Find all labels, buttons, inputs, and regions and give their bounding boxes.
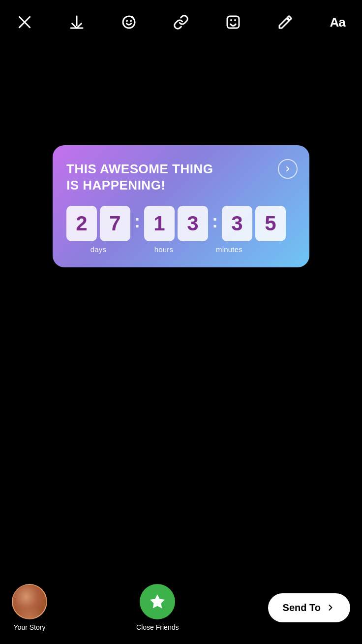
draw-button[interactable] (274, 11, 296, 33)
days-tens-digit: 2 (66, 206, 97, 241)
colon-separator-1: : (133, 211, 141, 232)
send-to-button[interactable]: Send To (268, 593, 350, 622)
minutes-tens-digit: 3 (222, 206, 252, 241)
close-friends-label: Close Friends (136, 623, 179, 631)
days-label: days (66, 245, 130, 254)
countdown-digits-row: 2 7 : 1 3 : 3 5 (66, 206, 296, 241)
countdown-widget[interactable]: THIS AWESOME THING IS HAPPENING! 2 7 : 1… (53, 145, 309, 267)
close-friends-avatar (140, 584, 175, 619)
svg-point-7 (230, 19, 232, 21)
minutes-label: minutes (197, 245, 261, 254)
countdown-widget-container: THIS AWESOME THING IS HAPPENING! 2 7 : 1… (53, 145, 309, 267)
svg-marker-9 (150, 594, 165, 609)
bottom-bar: Your Story Close Friends Send To (0, 581, 362, 644)
your-story-label: Your Story (14, 623, 46, 631)
close-button[interactable] (14, 11, 35, 33)
days-units-digit: 7 (100, 206, 130, 241)
toolbar: Aa (0, 0, 362, 44)
face-sticker-button[interactable] (222, 11, 244, 33)
text-button[interactable]: Aa (327, 11, 348, 33)
your-story-avatar (12, 584, 47, 619)
hours-units-digit: 3 (178, 206, 208, 241)
svg-point-8 (234, 19, 236, 21)
link-button[interactable] (170, 11, 192, 33)
send-to-label: Send To (283, 602, 321, 613)
colon-separator-2: : (211, 211, 219, 232)
hours-tens-digit: 1 (144, 206, 175, 241)
widget-arrow-button[interactable] (278, 159, 298, 179)
svg-point-4 (126, 21, 127, 21)
your-story-option[interactable]: Your Story (12, 584, 47, 631)
avatar-face (13, 585, 46, 618)
sticker-emoji-button[interactable] (118, 11, 140, 33)
minutes-units-digit: 5 (255, 206, 286, 241)
svg-point-5 (130, 21, 131, 21)
widget-title: THIS AWESOME THING IS HAPPENING! (66, 161, 229, 193)
close-friends-option[interactable]: Close Friends (136, 584, 179, 631)
chevron-right-icon (326, 603, 335, 612)
countdown-labels-row: days hours minutes (66, 245, 296, 254)
download-button[interactable] (66, 11, 88, 33)
hours-label: hours (130, 245, 197, 254)
